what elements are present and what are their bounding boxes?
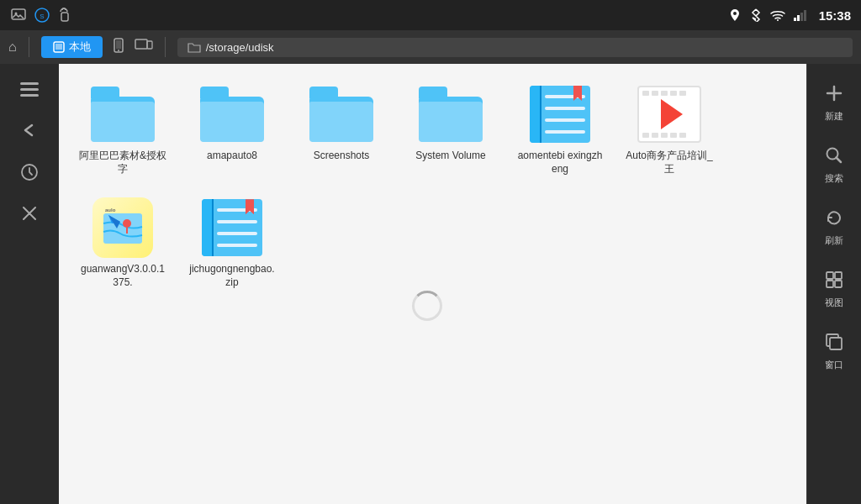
tablet-icon [53,41,65,53]
home-icon[interactable]: ⌂ [8,39,17,55]
video-strips [642,91,696,98]
file-item[interactable]: amapauto8 [182,77,283,182]
svg-rect-13 [116,40,121,49]
folder-front [200,102,264,142]
right-sidebar-new[interactable]: 新建 [807,72,861,134]
path-bar[interactable]: /storage/udisk [177,38,853,57]
sidebar-history[interactable] [0,153,59,196]
main-content: 阿里巴巴素材&授权字 amapauto8 Scree [59,64,806,504]
svg-rect-18 [20,88,39,91]
file-item[interactable]: aulo guanwangV3.0.0.1375. [72,191,173,296]
folder-shape [419,87,483,142]
multidevice-icon[interactable] [135,39,153,55]
local-tab-label: 本地 [69,39,91,55]
book-line [217,244,257,247]
book-shape [530,86,590,143]
book-line [545,130,585,134]
view-icon [825,270,843,293]
folder-path-icon [188,41,201,53]
file-item[interactable]: jichugongnengbao.zip [182,191,283,296]
file-item[interactable]: 阿里巴巴素材&授权字 [72,77,173,182]
phone-ring-icon [57,7,74,24]
right-sidebar-search[interactable]: 搜索 [807,134,861,197]
video-icon-container [636,84,703,144]
file-name: Screenshots [314,150,370,163]
file-item[interactable]: Screenshots [291,77,392,182]
svg-rect-30 [827,281,833,287]
path-text: /storage/udisk [206,41,274,54]
folder-shape [91,87,155,142]
left-sidebar [0,64,59,504]
local-tab[interactable]: 本地 [41,36,103,58]
video-shape [637,86,701,143]
right-sidebar-window[interactable]: 窗口 [807,321,861,383]
wifi-icon [770,9,785,21]
svg-rect-8 [800,13,803,21]
book-line [217,220,257,223]
svg-rect-7 [797,15,800,21]
svg-rect-11 [55,44,62,50]
divider1 [29,37,29,57]
file-item[interactable]: System Volume [400,77,501,182]
folder-front [309,102,373,142]
book-line [217,232,257,235]
file-name: guanwangV3.0.0.1375. [79,263,166,289]
close-icon [22,206,37,225]
book-line [545,107,585,110]
image-icon [10,7,27,24]
loading-spinner [412,291,442,321]
file-name: jichugongnengbao.zip [188,263,276,289]
folder-front [419,102,483,142]
file-name: aomentebi exingzheng [516,150,604,176]
sidebar-menu[interactable] [0,72,59,112]
svg-rect-29 [835,272,842,279]
sidebar-back[interactable] [0,112,59,153]
svg-rect-4 [61,13,68,21]
svg-rect-19 [20,94,39,97]
right-sidebar-view[interactable]: 视图 [807,259,861,321]
file-grid: 阿里巴巴素材&授权字 amapauto8 Scree [72,77,793,296]
file-item[interactable]: Auto商务产品培训_王 [619,77,720,182]
phone-tab-icon[interactable] [111,38,126,56]
new-label: 新建 [825,110,843,123]
book-icon-container [526,84,594,144]
svg-point-22 [123,219,131,228]
right-sidebar-refresh[interactable]: 刷新 [807,197,861,259]
sidebar-close[interactable] [0,196,59,235]
book-spine [202,199,214,256]
search-label: 搜索 [825,172,843,185]
signal-icon [794,9,811,21]
svg-rect-9 [804,10,806,21]
play-button [661,99,683,129]
window-label: 窗口 [825,359,843,371]
video-strips-bottom [642,133,696,138]
clock: 15:38 [819,8,851,23]
file-name: System Volume [415,150,485,163]
book-spine [530,86,541,143]
svg-point-5 [777,19,779,21]
toolbar: ⌂ 本地 /storage/udisk [0,30,861,64]
menu-icon [20,82,39,102]
window-icon [825,333,843,355]
file-item[interactable]: aomentebi exingzheng [510,77,610,182]
folder-icon-container [308,84,375,144]
file-name: amapauto8 [207,150,257,163]
folder-shape [309,87,373,142]
back-icon [20,122,39,143]
svg-rect-6 [794,18,796,21]
svg-text:aulo: aulo [105,207,116,213]
folder-icon-container [417,84,484,144]
svg-rect-16 [147,41,152,49]
file-name: 阿里巴巴素材&授权字 [79,150,166,176]
svg-rect-31 [835,281,842,287]
file-name: Auto商务产品培训_王 [626,150,713,176]
svg-text:S: S [40,13,44,20]
refresh-label: 刷新 [825,234,843,247]
app-logo: aulo [102,207,144,249]
book-pages [214,199,262,256]
svg-line-27 [837,158,842,163]
status-bar-left-icons: S [10,7,74,24]
svg-rect-15 [135,39,147,49]
right-sidebar: 新建 搜索 刷新 视图 [806,64,861,504]
book-icon-container [198,197,266,258]
